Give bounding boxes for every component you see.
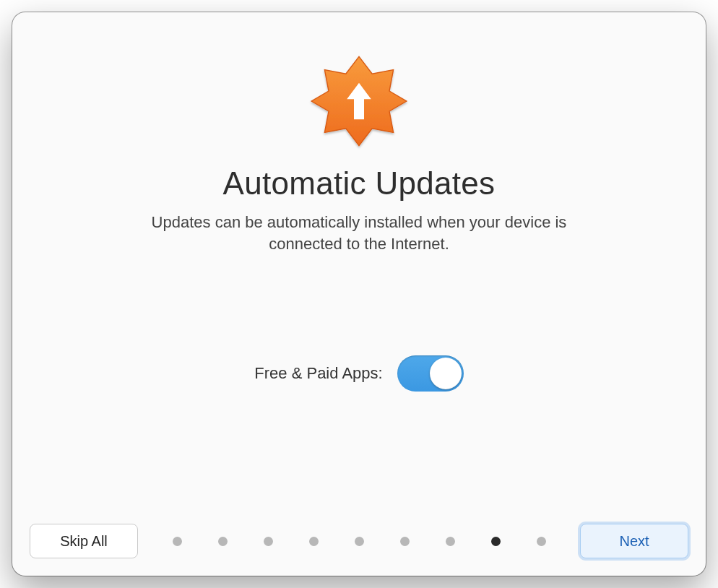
toggle-label: Free & Paid Apps: [254,364,382,383]
update-star-icon [305,47,413,155]
auto-update-toggle-row: Free & Paid Apps: [254,355,463,392]
page-dot[interactable] [491,537,501,546]
page-dot[interactable] [309,537,319,546]
page-dot[interactable] [446,537,455,546]
auto-update-switch[interactable] [397,355,464,392]
skip-all-label: Skip All [60,533,108,550]
page-dot[interactable] [355,537,364,546]
next-button[interactable]: Next [580,524,688,558]
page-indicator [152,537,566,546]
onboarding-window: Automatic Updates Updates can be automat… [12,12,706,576]
page-title: Automatic Updates [223,165,496,202]
skip-all-button[interactable]: Skip All [30,524,138,558]
switch-knob [430,358,462,389]
page-dot[interactable] [173,537,182,546]
main-content: Automatic Updates Updates can be automat… [12,12,706,576]
footer-bar: Skip All Next [30,524,688,558]
page-subtitle: Updates can be automatically installed w… [142,212,576,254]
page-dot[interactable] [264,537,273,546]
next-label: Next [619,533,649,550]
page-dot[interactable] [537,537,546,546]
page-dot[interactable] [400,537,410,546]
page-dot[interactable] [218,537,228,546]
